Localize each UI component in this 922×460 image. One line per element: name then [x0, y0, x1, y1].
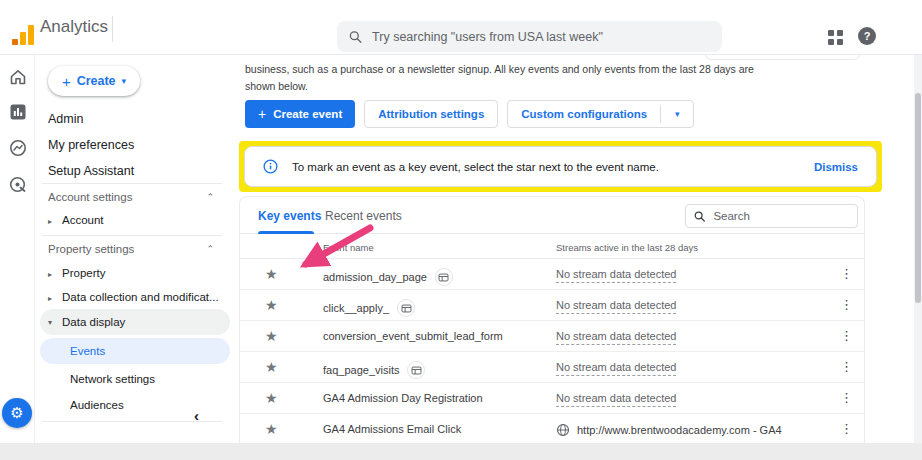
custom-configurations-button[interactable]: Custom configurations [508, 101, 660, 127]
explore-icon[interactable] [8, 138, 28, 158]
collapse-sidebar-icon[interactable]: ‹ [194, 407, 199, 424]
tree-item-property[interactable]: ▸Property [48, 267, 234, 279]
table-header: Event name Streams active in the last 28… [240, 238, 864, 259]
tri-right-icon: ▸ [48, 217, 62, 226]
admin-gear-button[interactable]: ⚙ [2, 398, 32, 428]
brand-title: Analytics [40, 17, 108, 37]
admin-sidebar: + Create ▾ Admin My preferences Setup As… [36, 55, 235, 443]
caret-down-icon: ▾ [122, 76, 127, 86]
sidebar-item-setup-assistant[interactable]: Setup Assistant [48, 164, 134, 178]
attribution-settings-label: Attribution settings [378, 108, 484, 120]
star-icon[interactable]: ★ [265, 297, 278, 313]
global-search[interactable] [337, 21, 722, 52]
home-icon[interactable] [8, 67, 28, 87]
star-icon[interactable]: ★ [265, 390, 278, 406]
star-icon[interactable]: ★ [265, 421, 278, 437]
sidebar-item-admin[interactable]: Admin [48, 112, 83, 126]
tree-item-property-label: Property [62, 267, 105, 279]
tree-item-account[interactable]: ▸Account [48, 214, 234, 226]
section-account-settings[interactable]: Account settings ⌃ [48, 191, 228, 203]
stream-status: http://www.brentwoodacademy.com - GA4 [556, 423, 782, 437]
info-icon [263, 159, 278, 174]
section-property-settings[interactable]: Property settings ⌃ [48, 243, 228, 255]
stream-url: http://www.brentwoodacademy.com - GA4 [577, 424, 782, 436]
bottom-margin-strip [0, 443, 922, 460]
scrollbar-thumb[interactable] [915, 93, 921, 303]
no-stream-link[interactable]: No stream data detected [556, 330, 676, 345]
info-banner: To mark an event as a key event, select … [244, 146, 877, 187]
no-stream-link[interactable]: No stream data detected [556, 299, 676, 314]
globe-icon [556, 423, 570, 437]
scrollbar-track[interactable] [914, 55, 922, 443]
tri-down-icon: ▾ [48, 318, 62, 327]
event-name: GA4 Admission Day Registration [323, 392, 483, 404]
global-search-input[interactable] [372, 30, 710, 44]
tree-item-data-collection-label: Data collection and modificat... [62, 291, 219, 303]
help-icon[interactable]: ? [858, 27, 876, 45]
tree-item-account-label: Account [62, 214, 104, 226]
tri-right-icon: ▸ [48, 294, 62, 303]
sidebar-item-events[interactable]: Events [40, 338, 230, 364]
custom-configurations-split-button: Custom configurations ▾ [507, 100, 694, 128]
tri-right-icon: ▸ [48, 270, 62, 279]
tab-recent-events[interactable]: Recent events [325, 197, 402, 234]
star-icon[interactable]: ★ [265, 266, 278, 282]
chevron-up-icon: ⌃ [206, 192, 214, 202]
banner-message: To mark an event as a key event, select … [292, 161, 659, 173]
no-stream-link[interactable]: No stream data detected [556, 268, 676, 283]
dismiss-button[interactable]: Dismiss [814, 161, 858, 173]
tree-item-data-collection[interactable]: ▸Data collection and modificat... [48, 291, 234, 303]
kebab-menu-icon[interactable]: ⋮ [840, 266, 853, 281]
sidebar-item-audiences[interactable]: Audiences [40, 392, 230, 418]
kebab-menu-icon[interactable]: ⋮ [840, 297, 853, 312]
kebab-menu-icon[interactable]: ⋮ [840, 359, 853, 374]
kebab-menu-icon[interactable]: ⋮ [840, 328, 853, 343]
intro-paragraph: business, such as a purchase or a newsle… [245, 61, 754, 95]
event-name: GA4 Admissions Email Click [323, 423, 461, 435]
kebab-menu-icon[interactable]: ⋮ [840, 390, 853, 405]
stream-status: No stream data detected [556, 330, 676, 342]
tree-item-data-display-label: Data display [62, 316, 125, 328]
action-button-row: + Create event Attribution settings Cust… [245, 100, 694, 128]
active-tab-underline [258, 231, 314, 234]
create-button[interactable]: + Create ▾ [48, 66, 140, 96]
event-name: click__apply_ [323, 299, 415, 317]
left-icon-rail [0, 55, 35, 443]
tab-key-events[interactable]: Key events [258, 197, 321, 234]
reports-icon[interactable] [8, 102, 28, 122]
table-search-input[interactable] [713, 210, 849, 222]
main-content: Key events are the events that measure t… [235, 55, 914, 443]
analytics-logo-icon [12, 24, 34, 45]
section-account-settings-label: Account settings [48, 191, 132, 203]
sidebar-item-network-settings[interactable]: Network settings [40, 366, 230, 392]
search-icon [694, 210, 705, 223]
table-search[interactable] [685, 204, 858, 228]
intro-line-1: business, such as a purchase or a newsle… [245, 61, 754, 78]
custom-configurations-caret-button[interactable]: ▾ [661, 101, 693, 127]
table-row: ★ conversion_event_submit_lead_form No s… [240, 321, 864, 352]
tree-item-data-display[interactable]: ▾Data display [40, 309, 230, 335]
no-stream-link[interactable]: No stream data detected [556, 361, 676, 376]
created-event-badge-icon [397, 299, 415, 317]
advertising-icon[interactable] [8, 174, 28, 194]
kebab-menu-icon[interactable]: ⋮ [840, 421, 853, 436]
apps-grid-icon[interactable] [828, 30, 843, 45]
events-tabs: Key events Recent events [240, 197, 864, 234]
sidebar-item-my-preferences[interactable]: My preferences [48, 138, 134, 152]
chevron-up-icon: ⌃ [206, 244, 214, 254]
attribution-settings-button[interactable]: Attribution settings [364, 100, 498, 128]
plus-icon: + [258, 106, 266, 122]
created-event-badge-icon [407, 361, 425, 379]
no-stream-link[interactable]: No stream data detected [556, 392, 676, 407]
star-icon[interactable]: ★ [265, 328, 278, 344]
create-event-button[interactable]: + Create event [245, 100, 355, 128]
star-icon[interactable]: ★ [265, 359, 278, 375]
divider [42, 235, 222, 236]
event-name: faq_page_visits [323, 361, 425, 379]
column-event-name: Event name [323, 242, 374, 253]
create-event-label: Create event [273, 108, 342, 120]
plus-icon: + [62, 73, 71, 90]
stream-status: No stream data detected [556, 392, 676, 404]
created-event-badge-icon [435, 268, 453, 286]
stream-status: No stream data detected [556, 361, 676, 373]
